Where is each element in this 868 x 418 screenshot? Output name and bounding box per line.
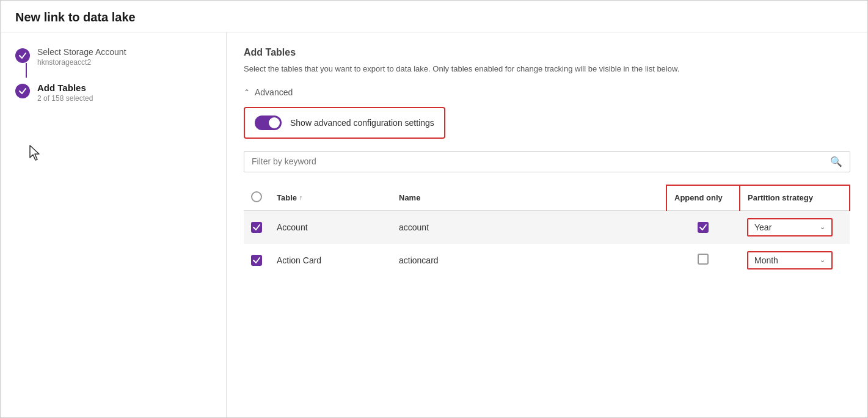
row-1-partition-dropdown[interactable]: Year ⌄ <box>747 218 833 237</box>
sidebar: Select Storage Account hknstorageacct2 <box>1 32 227 417</box>
table-body: Account account <box>244 210 850 277</box>
advanced-toggle[interactable] <box>255 116 282 130</box>
row-1-name: account <box>392 210 666 244</box>
toggle-thumb <box>269 117 280 128</box>
search-input[interactable] <box>252 156 830 166</box>
step-2-text: Add Tables 2 of 158 selected <box>37 82 93 103</box>
toggle-row: Show advanced configuration settings <box>244 107 445 139</box>
step-2: Add Tables 2 of 158 selected <box>15 82 211 103</box>
row-2-partition[interactable]: Month ⌄ <box>740 244 850 277</box>
search-icon: 🔍 <box>830 156 842 167</box>
header-radio[interactable] <box>251 191 262 202</box>
row-1-checkbox[interactable] <box>251 222 262 233</box>
row-1-append-checkbox[interactable] <box>698 222 709 233</box>
section-title: Add Tables <box>244 47 850 58</box>
dropdown-arrow-icon: ⌄ <box>820 256 825 264</box>
row-2-partition-value: Month <box>754 255 778 265</box>
search-bar: 🔍 <box>244 151 850 172</box>
th-table-label: Table <box>277 193 297 202</box>
row-2-table-name: Action Card <box>269 244 392 277</box>
step-2-subtitle: 2 of 158 selected <box>37 94 93 103</box>
th-radio <box>244 185 269 211</box>
cursor-icon <box>27 144 211 163</box>
page-container: New link to data lake Select <box>0 0 868 418</box>
section-desc: Select the tables that you want to expor… <box>244 63 850 75</box>
row-1-append-only[interactable] <box>666 210 740 244</box>
row-2-append-checkbox[interactable] <box>698 254 709 265</box>
right-panel: Add Tables Select the tables that you wa… <box>227 32 867 417</box>
row-1-partition-value: Year <box>754 222 771 232</box>
th-partition-strategy: Partition strategy <box>740 185 850 211</box>
row-2-select[interactable] <box>244 244 269 277</box>
row-2-append-only[interactable] <box>666 244 740 277</box>
row-1-table-name: Account <box>269 210 392 244</box>
step-1-title: Select Storage Account <box>37 47 126 57</box>
sort-asc-icon: ↑ <box>299 194 303 201</box>
step-1-subtitle: hknstorageacct2 <box>37 58 126 67</box>
toggle-track <box>255 116 282 130</box>
advanced-label: Advanced <box>255 87 293 97</box>
step-1-icon <box>15 48 30 63</box>
data-table: Table ↑ Name Append only Partition strat… <box>244 185 850 277</box>
row-1-select[interactable] <box>244 210 269 244</box>
table-row: Action Card actioncard Month ⌄ <box>244 244 850 277</box>
table-header-row: Table ↑ Name Append only Partition strat… <box>244 185 850 211</box>
step-1-text: Select Storage Account hknstorageacct2 <box>37 47 126 67</box>
row-2-name: actioncard <box>392 244 666 277</box>
chevron-up-icon: ⌃ <box>244 88 250 97</box>
step-1: Select Storage Account hknstorageacct2 <box>15 47 211 78</box>
row-2-partition-dropdown[interactable]: Month ⌄ <box>747 251 833 270</box>
step-2-icon <box>15 84 30 98</box>
dropdown-arrow-icon: ⌄ <box>820 223 825 231</box>
toggle-label: Show advanced configuration settings <box>290 118 434 128</box>
step-2-title: Add Tables <box>37 82 93 93</box>
advanced-header[interactable]: ⌃ Advanced <box>244 87 850 97</box>
th-table[interactable]: Table ↑ <box>269 185 392 211</box>
steps: Select Storage Account hknstorageacct2 <box>15 47 211 108</box>
th-append-only: Append only <box>666 185 740 211</box>
row-1-partition[interactable]: Year ⌄ <box>740 210 850 244</box>
main-content: Select Storage Account hknstorageacct2 <box>1 32 867 417</box>
th-name: Name <box>392 185 666 211</box>
row-2-checkbox[interactable] <box>251 255 262 266</box>
page-title: New link to data lake <box>1 1 867 32</box>
table-row: Account account <box>244 210 850 244</box>
